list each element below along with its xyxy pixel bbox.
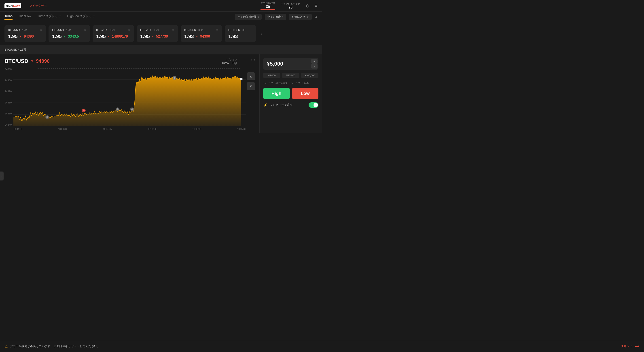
options-label: オプション xyxy=(222,58,237,61)
cashback-section: キャッシュバック ¥0 xyxy=(281,2,300,10)
cashback-value: ¥0 xyxy=(288,5,292,10)
card-symbol: BTC/USD xyxy=(8,29,20,32)
chart-svg xyxy=(14,68,246,126)
card-price: 94390 xyxy=(200,35,210,39)
asset-card-btcusd-15[interactable]: BTC/USD 15秒 ☆ 1.95 ▼ 94390 xyxy=(4,25,46,42)
chart-main: ‹ BTC/USD ▼ 94390 オプション Turbo・15秒 ••• ∧ … xyxy=(0,54,322,133)
favorites-button[interactable]: お気に入り ☆ xyxy=(289,14,312,20)
y-label-5: 94350 xyxy=(0,112,12,115)
chart-scroll-down-button[interactable]: ∨ xyxy=(247,82,255,90)
header: HIGH LOW クイックデモ デモ口座残高 ¥0 キャッシュバック ¥0 ⊙ … xyxy=(0,0,322,12)
tab-turbo-spread[interactable]: Turboスプレッド xyxy=(37,14,61,20)
assets-filter-label: 全ての資産 xyxy=(268,15,281,19)
asset-card-btcjpy-15[interactable]: BTC/JPY 15秒 ☆ 1.95 ▼ 14899179 xyxy=(92,25,134,42)
card-multiplier: 1.93 xyxy=(228,34,238,39)
preset-5000-button[interactable]: ¥5,000 xyxy=(263,73,280,78)
oneclick-icon: ⚡ xyxy=(263,103,268,107)
oneclick-label: ワンクリック注文 xyxy=(270,103,307,107)
card-price-row: 1.93 xyxy=(228,34,252,39)
card-star-icon[interactable]: ☆ xyxy=(84,28,86,31)
asset-card-ethusd-15[interactable]: ETH/USD 15秒 ☆ 1.95 ▲ 3343.5 xyxy=(48,25,90,42)
chart-marker-2-inner xyxy=(83,109,85,111)
payout-amount: ¥9,750 xyxy=(279,82,287,84)
cashback-label: キャッシュバック xyxy=(281,2,300,5)
asset-card-ethusd-30[interactable]: ETH/USD 30 1.93 xyxy=(225,25,256,42)
card-multiplier: 1.93 xyxy=(184,34,194,39)
card-star-icon[interactable]: ☆ xyxy=(216,28,218,31)
chart-marker-3-inner xyxy=(117,108,119,110)
star-icon: ☆ xyxy=(306,16,309,19)
y-label-3: 94370 xyxy=(0,90,12,93)
x-label-1: 18:04:15 xyxy=(14,128,22,130)
chart-direction-icon: ▼ xyxy=(31,59,34,63)
card-price: 3343.5 xyxy=(68,35,79,39)
card-arrow-down: ▼ xyxy=(152,35,154,38)
trade-panel: ¥5,000 + − ¥5,000 ¥20,000 ¥100,000 ペイアウト… xyxy=(260,54,322,133)
location-icon[interactable]: ⊙ xyxy=(306,3,310,9)
header-right: デモ口座残高 ¥0 キャッシュバック ¥0 ⊙ ≡ xyxy=(260,2,318,10)
x-label-2: 18:04:30 xyxy=(58,128,67,130)
assets-filter-button[interactable]: 全ての資産 ▾ xyxy=(265,14,286,20)
tabs-right: 全ての取引時間 ▾ 全ての資産 ▾ お気に入り ☆ ∧ xyxy=(235,14,318,20)
menu-icon[interactable]: ≡ xyxy=(315,3,318,8)
assets-filter-chevron: ▾ xyxy=(282,16,283,18)
card-multiplier: 1.95 xyxy=(8,34,18,39)
payout-label: ペイアウト額: xyxy=(263,82,279,84)
payout-rate-label: ペイアウト: xyxy=(290,82,304,84)
amount-increase-button[interactable]: + xyxy=(311,59,318,64)
preset-amounts: ¥5,000 ¥20,000 ¥100,000 xyxy=(263,73,318,78)
card-price: 94390 xyxy=(24,35,34,39)
options-menu-button[interactable]: ••• xyxy=(251,58,255,62)
card-symbol: ETH/JPY xyxy=(140,29,151,32)
card-multiplier: 1.95 xyxy=(140,34,150,39)
next-cards-arrow[interactable]: › xyxy=(259,25,262,42)
amount-row: ¥5,000 + − xyxy=(263,58,318,70)
card-price-row: 1.93 ▼ 94390 xyxy=(184,34,218,39)
low-button[interactable]: Low xyxy=(292,88,319,99)
chart-marker-4-inner xyxy=(131,108,133,110)
chart-content: BTC/USD ▼ 94390 オプション Turbo・15秒 ••• ∧ ∨ … xyxy=(0,54,260,133)
chart-breadcrumb: BTC/USD・15秒 xyxy=(0,45,322,54)
favorites-label: お気に入り xyxy=(292,15,305,19)
asset-card-btcusd-30[interactable]: BTC/USD 30秒 ☆ 1.93 ▼ 94390 xyxy=(181,25,222,42)
collapse-button[interactable]: ∧ xyxy=(315,15,318,19)
card-symbol: ETH/USD xyxy=(52,29,64,32)
oneclick-toggle[interactable] xyxy=(308,102,318,108)
amount-decrease-button[interactable]: − xyxy=(311,64,318,69)
toggle-knob xyxy=(314,103,318,107)
preset-100000-button[interactable]: ¥100,000 xyxy=(301,73,318,78)
card-time: 15秒 xyxy=(66,29,71,31)
high-button[interactable]: High xyxy=(263,88,290,99)
payout-rate: 1.95 xyxy=(304,82,308,84)
tab-highlow[interactable]: HighLow xyxy=(19,14,31,20)
card-star-icon[interactable]: ☆ xyxy=(40,28,42,31)
preset-20000-button[interactable]: ¥20,000 xyxy=(282,73,300,78)
card-header: ETH/USD 15秒 ☆ xyxy=(52,28,86,32)
chart-scroll-up-button[interactable]: ∧ xyxy=(247,72,255,80)
logo-box[interactable]: HIGH LOW xyxy=(4,3,21,8)
card-time: 30秒 xyxy=(198,29,204,31)
card-star-icon[interactable]: ☆ xyxy=(128,28,130,31)
card-arrow-down: ▼ xyxy=(108,35,110,38)
tab-highlow-spread[interactable]: HighLowスプレッド xyxy=(67,14,95,20)
quick-demo-label: クイックデモ xyxy=(29,4,47,8)
asset-card-ethjpy-15[interactable]: ETH/JPY 15秒 ☆ 1.95 ▼ 527739 xyxy=(137,25,178,42)
time-filter-button[interactable]: 全ての取引時間 ▾ xyxy=(235,14,262,20)
trade-buttons: High Low xyxy=(263,88,318,99)
balance-underline xyxy=(260,10,275,10)
amount-buttons: + − xyxy=(311,59,318,69)
tab-turbo[interactable]: Turbo xyxy=(4,14,12,20)
y-label-6: 94340 xyxy=(0,123,12,126)
card-price: 14899179 xyxy=(112,35,128,39)
current-price-dot xyxy=(240,78,242,80)
card-symbol: BTC/JPY xyxy=(96,29,107,32)
y-axis: 94390 94380 94370 94360 94350 94340 xyxy=(0,68,12,126)
x-label-5: 18:05:15 xyxy=(192,128,201,130)
card-price-row: 1.95 ▼ 94390 xyxy=(8,34,42,39)
left-panel-toggle[interactable]: ‹ xyxy=(0,171,4,176)
options-value: Turbo・15秒 xyxy=(222,61,237,65)
card-star-icon[interactable]: ☆ xyxy=(172,28,174,31)
card-header: BTC/USD 30秒 ☆ xyxy=(184,28,218,32)
y-label-2: 94380 xyxy=(0,79,12,82)
card-price-row: 1.95 ▼ 527739 xyxy=(140,34,174,39)
